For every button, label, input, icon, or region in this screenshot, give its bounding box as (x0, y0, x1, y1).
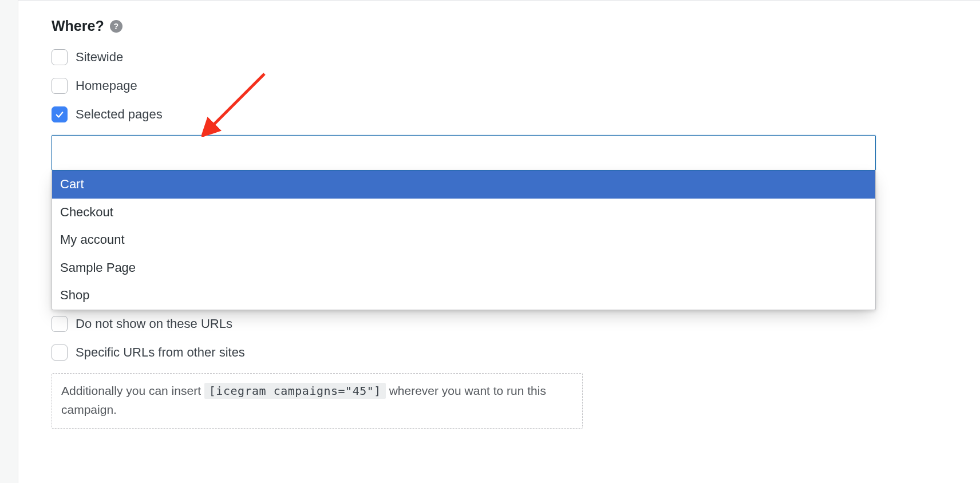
left-edge-strip (0, 0, 18, 483)
page-option[interactable]: Shop (52, 282, 875, 310)
label-sitewide: Sitewide (76, 50, 123, 65)
option-do-not-show[interactable]: Do not show on these URLs (52, 316, 980, 332)
checkbox-do-not-show[interactable] (52, 316, 68, 332)
page-select-input[interactable] (52, 135, 876, 171)
option-selected-pages[interactable]: Selected pages (52, 106, 980, 122)
label-specific-urls: Specific URLs from other sites (76, 345, 245, 360)
option-specific-urls[interactable]: Specific URLs from other sites (52, 345, 980, 361)
shortcode-hint: Additionally you can insert [icegram cam… (52, 373, 583, 429)
label-selected-pages: Selected pages (76, 107, 163, 122)
checkbox-sitewide[interactable] (52, 49, 68, 65)
help-icon[interactable]: ? (110, 20, 122, 33)
hint-code: [icegram campaigns="45"] (204, 383, 386, 399)
page-option[interactable]: My account (52, 226, 875, 254)
page-select: CartCheckoutMy accountSample PageShop (52, 135, 876, 310)
page-option[interactable]: Sample Page (52, 254, 875, 282)
option-homepage[interactable]: Homepage (52, 78, 980, 94)
checkbox-specific-urls[interactable] (52, 345, 68, 361)
checkbox-homepage[interactable] (52, 78, 68, 94)
section-header: Where? ? (52, 18, 980, 34)
page-select-dropdown: CartCheckoutMy accountSample PageShop (52, 171, 876, 310)
section-title: Where? (52, 18, 104, 34)
label-homepage: Homepage (76, 78, 137, 93)
option-sitewide[interactable]: Sitewide (52, 49, 980, 65)
label-do-not-show: Do not show on these URLs (76, 316, 232, 331)
page-option[interactable]: Cart (52, 171, 875, 199)
where-panel: Where? ? Sitewide Homepage (18, 0, 980, 483)
page-option[interactable]: Checkout (52, 199, 875, 227)
checkbox-selected-pages[interactable] (52, 106, 68, 122)
hint-before: Additionally you can insert (61, 384, 204, 397)
